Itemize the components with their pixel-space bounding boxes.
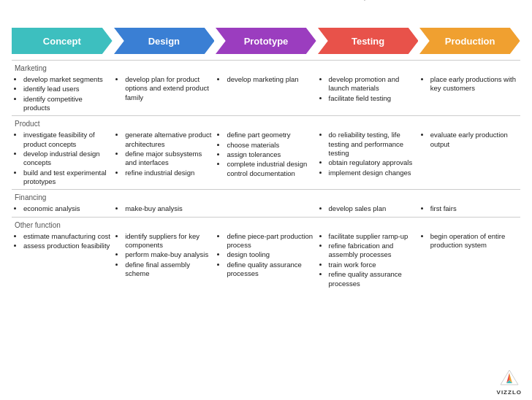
list-item: design tooling — [227, 250, 314, 259]
list-item: begin operation of entire production sys… — [430, 232, 517, 250]
list-item: define quality assurance processes — [227, 261, 314, 279]
list-item: choose materials — [227, 141, 314, 150]
list-item: estimate manufacturing cost — [23, 232, 110, 241]
table-cell: define part geometrychoose materialsassi… — [215, 128, 316, 190]
vizzlo-logo-icon — [499, 369, 520, 389]
phase-label-testing: Testing — [352, 36, 384, 47]
phase-label-design: Design — [148, 36, 180, 47]
section-name: Other function — [12, 217, 520, 230]
section-name: Product — [12, 116, 520, 129]
phase-concept: Concept — [12, 28, 113, 54]
table-cell: begin operation of entire production sys… — [419, 230, 520, 291]
list-item: define part geometry — [227, 131, 314, 139]
list-item: place early productions with key custome… — [430, 75, 517, 93]
list-item: first fairs — [430, 204, 517, 213]
table-cell: develop market segmentsidentify lead use… — [12, 73, 113, 116]
phase-label-concept: Concept — [43, 36, 81, 47]
list-item: facilitate field testing — [329, 94, 416, 103]
table-cell: place early productions with key custome… — [419, 73, 520, 116]
list-item: economic analysis — [23, 204, 110, 213]
list-item: obtain regulatory approvals — [329, 158, 416, 167]
page-container: Approval ConceptDesignPrototypeTestingPr… — [0, 0, 532, 400]
main-table: Marketingdevelop market segmentsidentify… — [12, 60, 520, 291]
list-item: assess production feasibility — [23, 242, 110, 250]
phase-production: Production — [419, 28, 520, 54]
list-item: develop industrial design concepts — [23, 150, 110, 168]
list-item: do reliability testing, life testing and… — [329, 131, 416, 158]
section-header-row: Financing — [12, 190, 520, 203]
table-cell: develop sales plan — [317, 202, 419, 217]
list-item: train work force — [329, 261, 416, 269]
table-cell: develop promotion and launch materialsfa… — [317, 73, 419, 116]
list-item: develop marketing plan — [227, 75, 314, 84]
list-item: define piece-part production process — [227, 232, 314, 250]
logo-text: VIZZLO — [497, 389, 522, 396]
table-cell: first fairs — [419, 202, 520, 217]
list-item: generate alternative product architectur… — [125, 131, 212, 149]
phase-testing: Testing — [318, 28, 419, 54]
list-item: define major subsystems and interfaces — [125, 150, 212, 168]
table-cell: define piece-part production processdesi… — [215, 230, 316, 291]
list-item: build and test experimental prototypes — [23, 169, 110, 187]
section-header-row: Product — [12, 116, 520, 129]
logo-container: VIZZLO — [497, 369, 522, 396]
list-item: refine industrial design — [125, 169, 212, 177]
table-cell: facilitate supplier ramp-uprefine fabric… — [317, 230, 419, 291]
table-cell: estimate manufacturing costassess produc… — [12, 230, 113, 291]
list-item: facilitate supplier ramp-up — [329, 232, 416, 241]
section-name: Marketing — [12, 61, 520, 74]
phase-label-prototype: Prototype — [244, 36, 289, 47]
list-item: assign tolerances — [227, 150, 314, 159]
phase-header: ConceptDesignPrototypeTestingProduction — [12, 28, 520, 54]
list-item: perform make-buy analysis — [125, 250, 212, 259]
table-row: develop market segmentsidentify lead use… — [12, 73, 520, 116]
list-item: refine quality assurance processes — [329, 270, 416, 288]
list-item: evaluate early production output — [430, 131, 517, 149]
list-item: complete industrial design control docum… — [227, 160, 314, 178]
list-item: identify competitive products — [23, 95, 110, 113]
list-item: develop promotion and launch materials — [329, 75, 416, 93]
table-cell: make-buy analysis — [113, 202, 215, 217]
table-cell: evaluate early production output — [419, 128, 520, 190]
section-name: Financing — [12, 190, 520, 203]
table-cell: develop plan for product options and ext… — [113, 73, 215, 116]
phase-design: Design — [114, 28, 215, 54]
phase-label-production: Production — [445, 36, 495, 47]
list-item: develop plan for product options and ext… — [125, 75, 212, 102]
table-cell: do reliability testing, life testing and… — [317, 128, 419, 190]
table-row: estimate manufacturing costassess produc… — [12, 230, 520, 291]
list-item: define final assembly scheme — [125, 261, 212, 279]
phase-prototype: Prototype — [216, 28, 316, 54]
table-cell: economic analysis — [12, 202, 113, 217]
list-item: identify lead users — [23, 85, 110, 93]
list-item: develop sales plan — [329, 204, 416, 213]
list-item: investigate feasibility of product conce… — [23, 131, 110, 149]
section-header-row: Other function — [12, 217, 520, 230]
list-item: make-buy analysis — [125, 204, 212, 213]
list-item: refine fabrication and assembly processe… — [329, 242, 416, 260]
list-item: identify suppliers for key components — [125, 232, 212, 250]
table-cell: investigate feasibility of product conce… — [12, 128, 113, 190]
table-cell: generate alternative product architectur… — [113, 128, 215, 190]
table-row: economic analysismake-buy analysisdevelo… — [12, 202, 520, 217]
section-header-row: Marketing — [12, 61, 520, 74]
list-item: implement design changes — [329, 169, 416, 177]
list-item: develop market segments — [23, 75, 110, 84]
table-cell: identify suppliers for key componentsper… — [113, 230, 215, 291]
table-cell: develop marketing plan — [215, 73, 316, 116]
table-row: investigate feasibility of product conce… — [12, 128, 520, 190]
table-cell — [215, 202, 316, 217]
